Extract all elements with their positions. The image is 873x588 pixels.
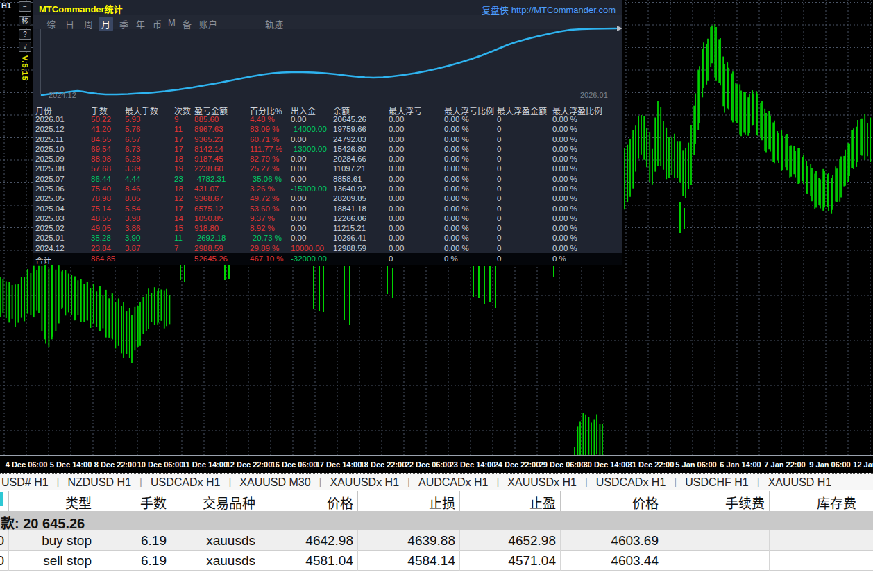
stats-cell: 885.60 [194,115,219,123]
stats-cell: 8.46 [125,184,140,193]
time-axis-label: 29 Dec 06:00 [539,460,586,469]
chart-tab-XAUUSDx-H1[interactable]: XAUUSDx H1 [321,474,407,490]
stats-row-2026.01: 2026.0150.225.939885.604.48 %0.0020645.2… [33,115,622,125]
stats-cell: 6.57 [125,135,140,144]
column-separator [769,530,770,571]
stats-total-cell: 0 [497,254,501,263]
stats-cell: 12266.06 [333,214,366,223]
trade-cell: 4603.69 [611,533,659,548]
stats-cell: 431.07 [194,184,219,193]
stats-cell: 6.73 [125,145,140,153]
stats-cell: 0 [497,125,501,133]
stats-cell: 11 [174,125,183,133]
stats-row-2025.10: 2025.1069.546.73178142.14111.77 %-13000.… [33,145,622,155]
stats-cell: 0.00 % [444,234,469,242]
chart-tab-XAUUSDx-H1[interactable]: XAUUSDx H1 [499,474,585,490]
stats-cell: 0.00 [389,145,404,153]
chart-tab-NZDUSD-H1[interactable]: NZDUSD H1 [59,474,139,490]
balance-text: 款: 20 645.26 [1,512,85,533]
trade-row-buy-stop[interactable]: 0buy stop6.19xauusds4642.984639.884652.9… [0,530,873,551]
check-button[interactable]: √ [19,42,31,52]
stats-cell: 8858.61 [333,175,362,183]
stats-cell: 0.00 % [552,234,577,242]
help-button[interactable]: ? [19,29,31,40]
stats-cell: 0.00 [291,175,306,183]
stats-cell: 0.00 [389,205,404,213]
trade-col-header: 手数 [140,493,167,512]
time-axis-label: 4 Dec 06:00 [6,460,48,469]
trade-col-header: 止盈 [529,493,556,512]
stats-cell: 2025.12 [35,125,65,133]
stats-cell: 11 [174,234,183,242]
stats-cell: 14 [174,214,183,223]
stats-row-2025.02: 2025.0249.053.8615918.808.92 %0.0011215.… [33,224,622,234]
move-button[interactable]: 移 [19,16,31,26]
minimize-button[interactable]: − [19,1,31,12]
stats-cell: 9187.45 [194,155,223,163]
stats-cell: 0.00 % [444,194,469,202]
stats-cell: -2692.18 [194,234,226,242]
stats-cell: 0 [497,214,501,223]
stats-cell: 9368.67 [194,194,223,202]
stats-cell: 0.00 % [444,224,469,232]
stats-cell: 11097.21 [333,164,366,173]
stats-total-cell: 52645.26 [194,254,228,263]
stats-cell: 4.48 % [250,115,275,123]
stats-cell: 0 [497,205,501,213]
stats-cell: 86.44 [91,175,111,183]
column-separator [861,491,861,511]
stats-cell: 0.00 % [444,244,469,252]
stats-row-2025.09: 2025.0988.986.28189187.4582.79 %0.002028… [33,155,622,164]
stats-cell: 20284.66 [333,155,366,163]
chart-tab-USDCADx-H1[interactable]: USDCADx H1 [142,474,228,490]
chart-tab-USDCHF-H1[interactable]: USDCHF H1 [677,474,757,490]
stats-cell: 13640.92 [333,184,366,193]
stats-row-2025.11: 2025.1184.556.57179365.2360.71 %0.002479… [33,135,622,145]
chart-tab-XAUUSD-H1[interactable]: XAUUSD H1 [760,474,840,490]
stats-cell: 8.92 % [250,224,275,232]
time-axis-label: 16 Dec 06:00 [271,460,318,469]
terminal-panel: USD# H1|NZDUSD H1|USDCADx H1|XAUUSD M30|… [0,473,873,588]
column-separator [663,491,663,511]
stats-cell: 0.00 % [444,184,469,193]
stats-cell: 0.00 [291,155,306,163]
trade-cell: 4581.04 [305,553,353,569]
stats-cell: 19759.66 [333,125,366,133]
time-axis-label: 6 Jan 14:00 [720,460,761,469]
stats-cell: 0.00 % [552,145,577,153]
stats-cell: 0 [497,244,501,252]
stats-cell: 1050.85 [194,214,223,223]
stats-cell: 5.54 [125,205,140,213]
stats-cell: 83.09 % [250,125,279,133]
stats-cell: 15426.80 [333,145,366,153]
stats-cell: 3.39 [125,164,140,173]
stats-cell: 0.00 [389,184,404,193]
stats-cell: 9.37 % [250,214,275,223]
time-axis-label: 30 Dec 14:00 [584,460,630,469]
chart-tab-USD-H1[interactable]: USD# H1 [0,474,57,490]
chart-tab-XAUUSD-M30[interactable]: XAUUSD M30 [231,474,319,490]
time-axis-label: 12 Jan 06:00 [853,460,873,469]
chart-tab-AUDCADx-H1[interactable]: AUDCADx H1 [410,474,496,490]
time-axis-label: 17 Dec 14:00 [316,460,362,469]
stats-cell: -4782.31 [194,175,226,183]
stats-total-cell: 0 % [444,254,458,263]
trade-col-header: 止损 [429,493,455,512]
stats-cell: 0.00 % [444,205,469,213]
trade-row-sell-stop[interactable]: 0sell stop6.19xauusds4581.044584.144571.… [0,551,873,571]
stats-cell: 17 [174,145,183,153]
stats-total-cell: 合计 [35,254,51,265]
stats-cell: 0.00 % [552,194,577,202]
stats-cell: 15 [174,224,183,232]
stats-cell: -13000.00 [291,145,327,153]
trade-cell: 4642.98 [305,533,353,548]
chart-tab-USDCADx-H1[interactable]: USDCADx H1 [588,474,674,490]
stats-cell: 0.00 % [552,244,577,252]
stats-cell: 0.00 % [444,155,469,163]
stats-cell: 0 [497,184,501,193]
stats-cell: 6.28 [125,155,140,163]
stats-cell: 19 [174,164,183,173]
stats-cell: 0.00 % [552,214,577,223]
stats-cell: 18 [174,184,183,193]
stats-cell: -20.73 % [250,234,282,242]
